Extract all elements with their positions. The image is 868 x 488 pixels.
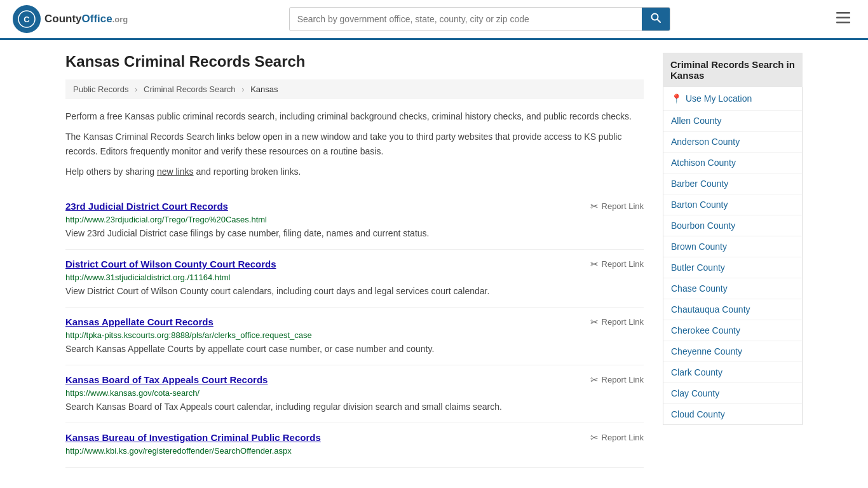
breadcrumb-state: Kansas <box>250 85 278 94</box>
result-url[interactable]: http://www.23rdjudicial.org/Trego/Trego%… <box>65 215 644 224</box>
county-link[interactable]: Anderson County <box>663 132 802 152</box>
report-link-label: Report Link <box>602 433 644 442</box>
report-icon: ✂ <box>590 201 599 212</box>
result-title[interactable]: 23rd Judicial District Court Records <box>65 201 228 212</box>
report-icon: ✂ <box>590 374 599 386</box>
svg-rect-5 <box>836 17 850 19</box>
result-header: Kansas Appellate Court Records ✂ Report … <box>65 316 644 328</box>
sidebar-header: Criminal Records Search in Kansas <box>663 53 803 87</box>
main-layout: Kansas Criminal Records Search Public Re… <box>53 40 815 480</box>
intro-paragraph-3: Help others by sharing new links and rep… <box>65 165 644 179</box>
breadcrumb-sep2: › <box>241 85 244 94</box>
county-link[interactable]: Clark County <box>663 362 802 383</box>
report-link-button[interactable]: ✂ Report Link <box>590 374 644 386</box>
result-header: 23rd Judicial District Court Records ✂ R… <box>65 201 644 212</box>
svg-line-3 <box>657 20 660 23</box>
county-link[interactable]: Brown County <box>663 236 802 257</box>
county-link[interactable]: Allen County <box>663 111 802 132</box>
result-header: Kansas Bureau of Investigation Criminal … <box>65 432 644 444</box>
report-icon: ✂ <box>590 432 599 444</box>
county-link[interactable]: Chautauqua County <box>663 299 802 320</box>
result-url[interactable]: http://tpka-pitss.kscourts.org:8888/pls/… <box>65 330 644 340</box>
county-link[interactable]: Atchison County <box>663 152 802 173</box>
intro-paragraph-2: The Kansas Criminal Records Search links… <box>65 130 644 158</box>
sidebar: Criminal Records Search in Kansas 📍 Use … <box>663 53 803 468</box>
search-input[interactable] <box>290 9 642 29</box>
county-link[interactable]: Chase County <box>663 278 802 299</box>
result-url[interactable]: http://www.kbi.ks.gov/registeredoffender… <box>65 446 644 456</box>
breadcrumb-sep1: › <box>135 85 137 94</box>
result-item: Kansas Bureau of Investigation Criminal … <box>65 423 644 468</box>
result-description: Search Kansas Appellate Courts by appell… <box>65 342 644 356</box>
county-link[interactable]: Butler County <box>663 257 802 278</box>
sidebar-content: 📍 Use My Location Allen CountyAnderson C… <box>663 87 803 425</box>
report-link-button[interactable]: ✂ Report Link <box>590 201 644 212</box>
county-link[interactable]: Cherokee County <box>663 320 802 341</box>
county-links-list: Allen CountyAnderson CountyAtchison Coun… <box>663 111 802 424</box>
report-link-button[interactable]: ✂ Report Link <box>590 316 644 328</box>
report-icon: ✂ <box>590 316 599 328</box>
results-list: 23rd Judicial District Court Records ✂ R… <box>65 192 644 468</box>
logo-icon: C <box>13 5 41 33</box>
report-link-label: Report Link <box>602 201 644 211</box>
report-link-button[interactable]: ✂ Report Link <box>590 432 644 444</box>
main-content: Kansas Criminal Records Search Public Re… <box>65 53 644 468</box>
svg-rect-4 <box>836 12 850 14</box>
result-header: District Court of Wilson County Court Re… <box>65 259 644 270</box>
new-links-link[interactable]: new links <box>157 166 194 177</box>
result-title[interactable]: District Court of Wilson County Court Re… <box>65 259 276 269</box>
svg-text:C: C <box>24 15 30 24</box>
logo-text: CountyOffice.org <box>44 13 128 25</box>
report-icon: ✂ <box>590 259 599 270</box>
result-item: Kansas Appellate Court Records ✂ Report … <box>65 308 644 365</box>
search-button[interactable] <box>642 8 670 30</box>
result-item: 23rd Judicial District Court Records ✂ R… <box>65 192 644 250</box>
result-description: Search Kansas Board of Tax Appeals court… <box>65 400 644 414</box>
breadcrumb: Public Records › Criminal Records Search… <box>65 79 644 99</box>
use-my-location-button[interactable]: 📍 Use My Location <box>663 87 802 111</box>
result-description: View 23rd Judicial District case filings… <box>65 227 644 240</box>
result-title[interactable]: Kansas Bureau of Investigation Criminal … <box>65 432 321 443</box>
county-link[interactable]: Bourbon County <box>663 215 802 236</box>
intro-paragraph-1: Perform a free Kansas public criminal re… <box>65 109 644 123</box>
logo-area: C CountyOffice.org <box>13 5 128 33</box>
header: C CountyOffice.org <box>0 0 868 40</box>
page-title: Kansas Criminal Records Search <box>65 53 644 71</box>
report-link-button[interactable]: ✂ Report Link <box>590 259 644 270</box>
breadcrumb-public-records[interactable]: Public Records <box>73 85 128 94</box>
result-title[interactable]: Kansas Board of Tax Appeals Court Record… <box>65 374 268 385</box>
breadcrumb-criminal-records[interactable]: Criminal Records Search <box>144 85 236 94</box>
use-my-location-label: Use My Location <box>686 93 752 104</box>
result-item: Kansas Board of Tax Appeals Court Record… <box>65 365 644 423</box>
report-link-label: Report Link <box>602 259 644 269</box>
result-header: Kansas Board of Tax Appeals Court Record… <box>65 374 644 386</box>
county-link[interactable]: Barton County <box>663 194 802 215</box>
county-link[interactable]: Clay County <box>663 383 802 404</box>
county-link[interactable]: Cloud County <box>663 404 802 424</box>
report-link-label: Report Link <box>602 375 644 384</box>
county-link[interactable]: Barber County <box>663 173 802 194</box>
menu-button[interactable] <box>831 8 855 30</box>
result-item: District Court of Wilson County Court Re… <box>65 250 644 308</box>
result-title[interactable]: Kansas Appellate Court Records <box>65 316 214 327</box>
search-bar <box>289 7 670 31</box>
result-description: View District Court of Wilson County cou… <box>65 285 644 298</box>
report-link-label: Report Link <box>602 317 644 327</box>
result-url[interactable]: https://www.kansas.gov/cota-search/ <box>65 388 644 398</box>
result-url[interactable]: http://www.31stjudicialdistrict.org./111… <box>65 273 644 282</box>
location-icon: 📍 <box>671 93 682 104</box>
county-link[interactable]: Cheyenne County <box>663 341 802 362</box>
svg-rect-6 <box>836 22 850 24</box>
